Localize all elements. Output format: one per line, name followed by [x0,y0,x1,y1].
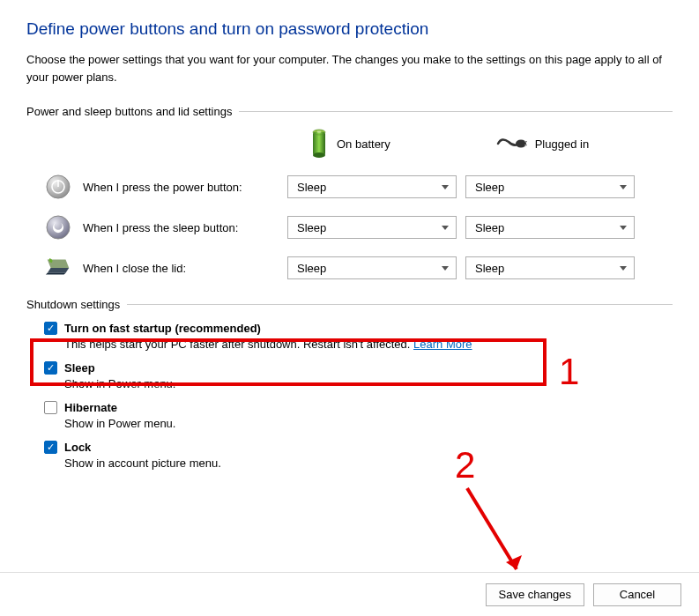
sleep-button-battery-select[interactable]: Sleep [287,216,457,239]
lock-checkbox[interactable] [44,441,57,454]
fast-startup-checkbox[interactable] [44,322,57,335]
page-title: Define power buttons and turn on passwor… [26,19,673,39]
close-lid-icon [44,254,72,282]
svg-point-5 [516,140,526,148]
plug-icon [496,135,526,152]
learn-more-link[interactable]: Learn More [413,338,472,351]
sleep-button-icon [44,213,72,241]
svg-rect-7 [524,145,527,145]
item-fast-startup: Turn on fast startup (recommended) This … [44,322,673,351]
col-plugged-in: Plugged in [496,135,589,152]
item-sleep: Sleep Show in Power menu. [44,361,673,390]
lock-desc: Show in account picture menu. [64,456,673,470]
item-hibernate: Hibernate Show in Power menu. [44,401,673,430]
footer: Save changes Cancel [0,572,699,616]
fast-startup-label: Turn on fast startup (recommended) [64,322,261,335]
sleep-checkbox[interactable] [44,361,57,375]
svg-rect-1 [313,132,325,155]
sleep-button-plugged-select[interactable]: Sleep [465,216,635,239]
hibernate-checkbox[interactable] [44,401,57,414]
hibernate-desc: Show in Power menu. [64,417,673,430]
hibernate-label: Hibernate [64,401,117,414]
svg-point-11 [47,216,70,239]
power-button-icon [44,173,72,201]
close-lid-plugged-select[interactable]: Sleep [465,256,635,279]
svg-point-2 [313,152,325,158]
svg-line-12 [467,488,517,569]
svg-rect-6 [524,141,527,142]
lock-label: Lock [64,441,91,454]
cancel-button[interactable]: Cancel [593,583,681,606]
close-lid-battery-select[interactable]: Sleep [287,256,457,279]
item-lock: Lock Show in account picture menu. [44,441,673,470]
col-on-battery: On battery [309,129,390,159]
power-button-battery-select[interactable]: Sleep [287,175,457,198]
fast-startup-desc: This helps start your PC faster after sh… [64,338,673,351]
section-power-sleep-header: Power and sleep buttons and lid settings [26,105,673,118]
sleep-desc: Show in Power menu. [64,377,673,390]
row-sleep-button: When I press the sleep button: Sleep Sle… [26,213,673,241]
svg-marker-13 [506,555,522,569]
row-close-lid: When I close the lid: Sleep Sleep [26,254,673,282]
battery-icon [309,129,328,159]
svg-point-4 [317,130,322,132]
page-subtitle: Choose the power settings that you want … [26,51,673,85]
power-button-plugged-select[interactable]: Sleep [465,175,635,198]
row-power-button: When I press the power button: Sleep Sle… [26,173,673,201]
section-shutdown-header: Shutdown settings [26,298,673,311]
sleep-label: Sleep [64,361,95,375]
save-changes-button[interactable]: Save changes [486,583,584,606]
